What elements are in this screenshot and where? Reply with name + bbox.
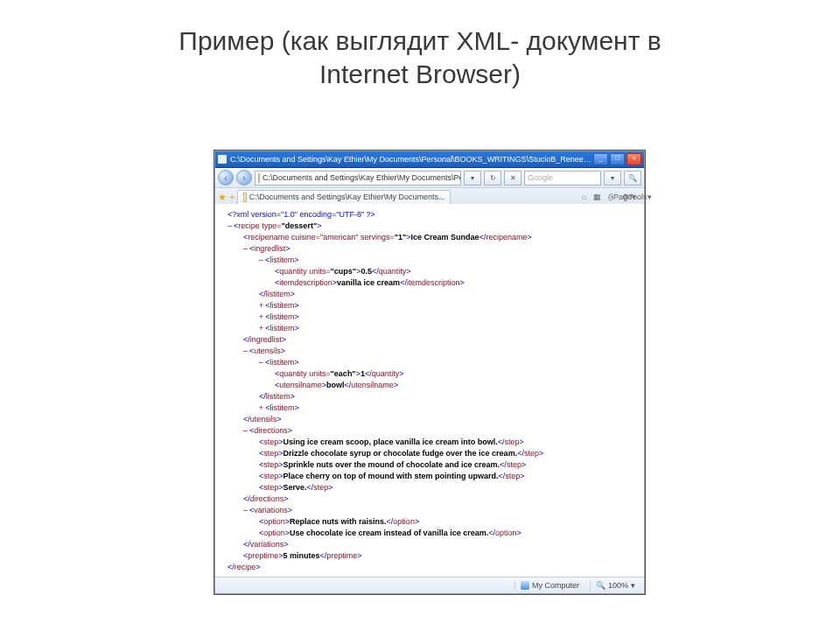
zoom-value: 100% — [608, 581, 628, 590]
minimize-button[interactable]: _ — [593, 153, 608, 165]
zone-label: My Computer — [532, 581, 579, 590]
search-box[interactable]: Google — [524, 171, 601, 186]
nav-toolbar: ‹ › C:\Documents and Settings\Kay Ethier… — [215, 168, 644, 188]
toggle-icon[interactable]: – — [228, 221, 232, 230]
zoom-icon: 🔍 — [596, 581, 606, 590]
title-line-2: Internet Browser) — [319, 60, 521, 88]
forward-button[interactable]: › — [236, 170, 252, 186]
toggle-icon[interactable]: – — [243, 244, 248, 253]
tab-label: C:\Documents and Settings\Kay Ethier\My … — [249, 192, 445, 201]
xml-declaration: <?xml version="1.0" encoding="UTF-8" ?> — [228, 210, 375, 219]
zone-icon — [521, 581, 529, 590]
browser-window: C:\Documents and Settings\Kay Ethier\My … — [214, 150, 645, 594]
search-go-button[interactable]: 🔍 — [624, 171, 641, 186]
tools-menu[interactable]: ⚙Tools▾ — [632, 192, 641, 202]
toggle-icon[interactable]: – — [259, 256, 263, 264]
page-icon — [258, 173, 260, 183]
search-dropdown[interactable]: ▾ — [604, 171, 621, 186]
toggle-icon[interactable]: + — [259, 312, 263, 321]
home-icon[interactable]: ⌂ — [579, 192, 589, 202]
window-title: C:\Documents and Settings\Kay Ethier\My … — [230, 155, 593, 164]
toggle-icon[interactable]: – — [243, 426, 248, 435]
toggle-icon[interactable]: + — [259, 403, 263, 412]
zoom-control[interactable]: 🔍 100% ▾ — [590, 581, 640, 590]
address-bar[interactable]: C:\Documents and Settings\Kay Ethier\My … — [255, 171, 461, 186]
close-button[interactable]: × — [626, 153, 641, 165]
tab-page-icon — [243, 192, 246, 202]
status-bar: My Computer 🔍 100% ▾ — [215, 577, 644, 593]
command-bar: ⌂ ▦ ⎙ ▫Page▾ ⚙Tools▾ — [579, 192, 641, 202]
window-titlebar[interactable]: C:\Documents and Settings\Kay Ethier\My … — [215, 151, 644, 168]
slide: Пример (как выглядит XML- документ в Int… — [0, 0, 840, 630]
toggle-icon[interactable]: + — [259, 324, 263, 332]
active-tab[interactable]: C:\Documents and Settings\Kay Ethier\My … — [237, 190, 451, 205]
search-placeholder: Google — [528, 173, 553, 182]
title-line-1: Пример (как выглядит XML- документ в — [178, 26, 661, 55]
toggle-icon[interactable]: – — [259, 358, 263, 367]
add-favorite-icon[interactable]: + — [229, 192, 234, 202]
back-icon: ‹ — [224, 173, 227, 183]
stop-icon: ✕ — [510, 174, 516, 182]
feeds-icon[interactable]: ▦ — [592, 192, 602, 202]
app-icon — [218, 155, 227, 164]
window-controls: _ □ × — [593, 153, 641, 165]
toggle-icon[interactable]: – — [243, 506, 248, 514]
maximize-button[interactable]: □ — [610, 153, 625, 165]
address-text: C:\Documents and Settings\Kay Ethier\My … — [262, 173, 461, 182]
favorites-star-icon[interactable]: ★ — [218, 192, 227, 203]
xml-content-pane[interactable]: <?xml version="1.0" encoding="UTF-8" ?> … — [215, 204, 644, 578]
refresh-icon: ↻ — [490, 174, 496, 182]
toggle-icon[interactable]: + — [259, 301, 263, 310]
forward-icon: › — [242, 173, 245, 183]
toggle-icon[interactable]: – — [243, 346, 248, 355]
zoom-dropdown-icon: ▾ — [631, 581, 635, 590]
security-zone: My Computer — [514, 581, 584, 590]
slide-title: Пример (как выглядит XML- документ в Int… — [0, 0, 840, 90]
refresh-button[interactable]: ↻ — [484, 171, 501, 186]
stop-button[interactable]: ✕ — [504, 171, 522, 186]
search-icon: 🔍 — [628, 174, 637, 182]
address-dropdown[interactable]: ▾ — [464, 171, 481, 186]
back-button[interactable]: ‹ — [218, 170, 234, 186]
